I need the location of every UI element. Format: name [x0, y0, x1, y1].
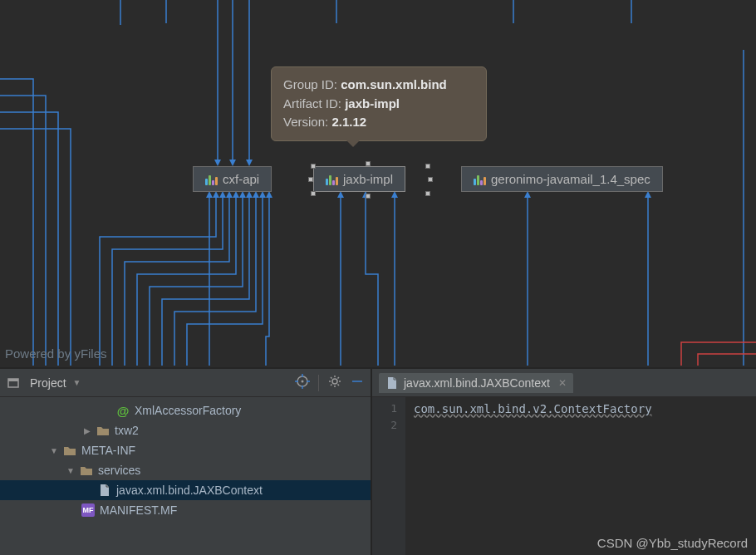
divider	[318, 375, 319, 391]
node-geronimo[interactable]: geronimo-javamail_1.4_spec	[461, 166, 663, 192]
manifest-icon: MF	[81, 503, 95, 517]
collapse-arrow-icon[interactable]: ▼	[50, 446, 58, 455]
close-icon[interactable]: ✕	[558, 377, 567, 389]
editor-tabs: javax.xml.bind.JAXBContext ✕	[372, 369, 756, 397]
dependency-diagram-panel[interactable]: Group ID: com.sun.xml.bind Artifact ID: …	[0, 0, 756, 367]
watermark: CSDN @Ybb_studyRecord	[597, 536, 748, 550]
tooltip-group-label: Group ID:	[283, 77, 337, 91]
svg-marker-24	[524, 191, 531, 198]
project-header: Project ▼	[0, 369, 371, 397]
svg-marker-13	[219, 191, 226, 198]
folder-icon	[80, 464, 93, 477]
tree-item-metainf[interactable]: ▼ META-INF	[0, 440, 371, 460]
tree-label: XmlAccessorFactory	[135, 404, 241, 417]
module-icon	[474, 174, 486, 185]
code-line: com.sun.xml.bind.v2.ContextFactory	[414, 400, 748, 417]
project-tree[interactable]: @ XmlAccessorFactory ▶ txw2 ▼ META-INF ▼…	[0, 397, 371, 555]
tooltip-artifact-value: jaxb-impl	[345, 96, 400, 111]
gear-icon[interactable]	[327, 374, 342, 392]
editor-gutter: 1 2	[372, 397, 405, 555]
collapse-arrow-icon[interactable]: ▼	[66, 466, 75, 475]
tooltip-artifact-label: Artifact ID:	[283, 96, 341, 111]
tree-label: MANIFEST.MF	[100, 503, 177, 517]
tree-item-txw2[interactable]: ▶ txw2	[0, 420, 371, 440]
file-icon	[385, 376, 399, 390]
tooltip-version-label: Version:	[283, 115, 328, 129]
powered-by-label: Powered by yFiles	[5, 346, 107, 361]
project-tool-window[interactable]: Project ▼ @ XmlAccessorFactory	[0, 369, 372, 555]
tree-item-manifest[interactable]: MF MANIFEST.MF	[0, 500, 371, 520]
tree-label: javax.xml.bind.JAXBContext	[116, 484, 263, 497]
svg-rect-28	[8, 379, 18, 381]
svg-marker-20	[266, 191, 272, 198]
svg-marker-23	[391, 191, 398, 198]
tree-label: META-INF	[81, 444, 135, 457]
selection-handle[interactable]	[311, 164, 316, 169]
expand-arrow-icon[interactable]: ▶	[83, 426, 91, 435]
tooltip-version-value: 2.1.12	[331, 115, 366, 129]
node-label: jaxb-impl	[343, 172, 393, 186]
svg-point-35	[332, 379, 337, 384]
code-area[interactable]: com.sun.xml.bind.v2.ContextFactory	[405, 397, 756, 555]
tree-item-jaxbcontext[interactable]: javax.xml.bind.JAXBContext	[0, 480, 371, 500]
line-number: 2	[372, 417, 397, 434]
svg-marker-6	[214, 160, 221, 166]
selection-handle[interactable]	[366, 161, 371, 166]
selection-handle[interactable]	[366, 194, 371, 199]
project-icon	[7, 376, 20, 390]
module-icon	[326, 174, 338, 185]
svg-marker-17	[246, 191, 253, 198]
tooltip-group-value: com.sun.xml.bind	[341, 77, 447, 91]
editor-tab[interactable]: javax.xml.bind.JAXBContext ✕	[379, 373, 573, 393]
folder-icon	[63, 444, 76, 457]
svg-marker-18	[253, 191, 259, 198]
selection-handle[interactable]	[311, 191, 316, 196]
project-title: Project	[30, 376, 66, 390]
svg-marker-21	[337, 191, 344, 198]
artifact-tooltip: Group ID: com.sun.xml.bind Artifact ID: …	[271, 66, 487, 141]
svg-point-30	[302, 380, 304, 382]
svg-marker-12	[213, 191, 219, 198]
editor-panel: javax.xml.bind.JAXBContext ✕ 1 2 com.sun…	[372, 369, 756, 555]
minimize-icon[interactable]	[351, 375, 364, 391]
tab-label: javax.xml.bind.JAXBContext	[404, 376, 550, 390]
selection-handle[interactable]	[428, 177, 433, 182]
selection-handle[interactable]	[425, 164, 430, 169]
ide-panel: Project ▼ @ XmlAccessorFactory	[0, 367, 756, 555]
svg-marker-19	[259, 191, 266, 198]
module-icon	[205, 174, 218, 185]
svg-marker-11	[206, 191, 213, 198]
tree-item-xmlaccessor[interactable]: @ XmlAccessorFactory	[0, 400, 371, 420]
selection-handle[interactable]	[308, 177, 313, 182]
file-icon	[98, 484, 111, 497]
dropdown-arrow-icon[interactable]: ▼	[73, 378, 81, 387]
selection-handle[interactable]	[425, 191, 430, 196]
node-label: cxf-api	[223, 172, 259, 186]
node-label: geronimo-javamail_1.4_spec	[491, 172, 650, 186]
tree-label: services	[98, 464, 140, 477]
target-icon[interactable]	[295, 374, 310, 392]
svg-marker-15	[233, 191, 239, 198]
svg-marker-25	[645, 191, 651, 198]
svg-marker-14	[226, 191, 233, 198]
svg-marker-10	[246, 160, 253, 166]
tree-label: txw2	[115, 424, 139, 437]
line-number: 1	[372, 400, 397, 417]
folder-icon	[96, 424, 110, 437]
editor-body[interactable]: 1 2 com.sun.xml.bind.v2.ContextFactory	[372, 397, 756, 555]
svg-marker-16	[239, 191, 246, 198]
node-jaxb-impl[interactable]: jaxb-impl	[313, 166, 405, 192]
annotation-icon: @	[116, 404, 130, 417]
tree-item-services[interactable]: ▼ services	[0, 460, 371, 480]
node-cxf-api[interactable]: cxf-api	[193, 166, 272, 192]
svg-marker-8	[229, 160, 236, 166]
